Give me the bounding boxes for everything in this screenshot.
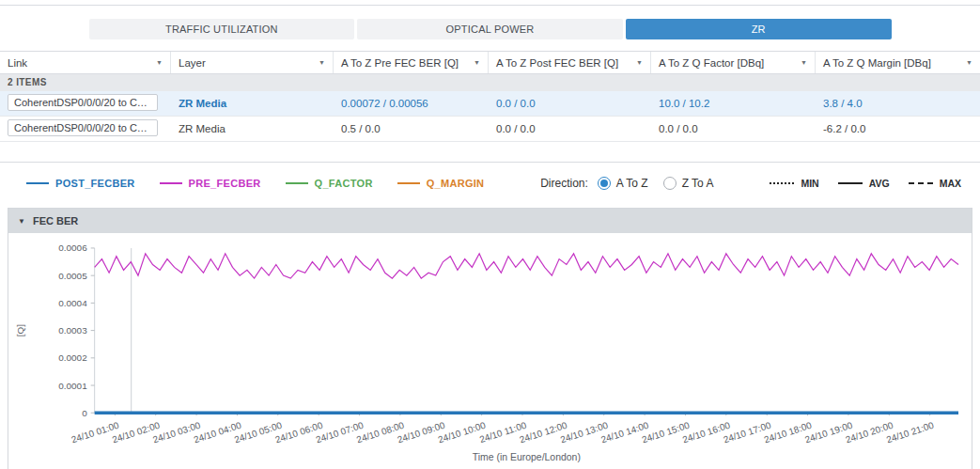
chevron-down-icon[interactable]: ▼ — [474, 59, 480, 66]
line-swatch-icon — [286, 182, 308, 184]
post-fec-cell: 0.0 / 0.0 — [489, 123, 651, 134]
legend-avg: AVG — [838, 178, 890, 189]
tab-bar: TRAFFIC UTILIZATION OPTICAL POWER ZR — [89, 19, 892, 39]
collapse-triangle-icon[interactable]: ▼ — [18, 217, 25, 226]
style-label: AVG — [869, 178, 890, 189]
svg-text:0.0004: 0.0004 — [58, 298, 87, 308]
line-swatch-icon — [26, 182, 49, 184]
column-header-label: A To Z Post FEC BER [Q] — [496, 57, 618, 69]
fec-ber-panel-header[interactable]: ▼ FEC BER — [8, 209, 972, 233]
column-header-link[interactable]: Link ▼ — [0, 52, 171, 73]
svg-text:0.0001: 0.0001 — [58, 381, 87, 391]
radio-a-to-z[interactable]: A To Z — [598, 177, 648, 190]
chevron-down-icon[interactable]: ▼ — [636, 59, 643, 66]
layer-cell: ZR Media — [171, 98, 334, 109]
chart-controls-row: POST_FECBER PRE_FECBER Q_FACTOR Q_MARGIN… — [0, 163, 980, 198]
chevron-down-icon[interactable]: ▼ — [966, 59, 972, 66]
tab-optical-power[interactable]: OPTICAL POWER — [357, 19, 623, 39]
post-fec-cell: 0.0 / 0.0 — [489, 98, 651, 109]
q-factor-cell: 0.0 / 0.0 — [651, 123, 816, 134]
link-chip[interactable]: CoherentDSP0/0/0/20 to Coh... — [8, 94, 158, 111]
style-label: MAX — [940, 178, 961, 189]
page-top-border — [0, 0, 980, 6]
links-table: Link ▼ Layer ▼ A To Z Pre FEC BER [Q] ▼ … — [0, 51, 980, 142]
radio-z-to-a[interactable]: Z To A — [663, 177, 714, 190]
tab-zr[interactable]: ZR — [626, 19, 892, 39]
radio-icon — [663, 177, 677, 190]
svg-text:0.0005: 0.0005 — [58, 271, 87, 281]
svg-text:Time (in Europe/London): Time (in Europe/London) — [473, 452, 581, 462]
dashed-line-icon — [909, 182, 933, 184]
line-swatch-icon — [160, 182, 182, 184]
style-label: MIN — [801, 178, 818, 189]
radio-label: A To Z — [616, 177, 648, 190]
column-header-post-fec-ber[interactable]: A To Z Post FEC BER [Q] ▼ — [489, 52, 651, 73]
pre-fec-cell: 0.00072 / 0.00056 — [334, 98, 489, 109]
line-swatch-icon — [397, 182, 420, 184]
fec-ber-chart: 00.00010.00020.00030.00040.00050.0006[Q]… — [10, 235, 970, 469]
column-header-label: Link — [8, 57, 27, 69]
column-header-label: A To Z Q Margin [DBq] — [823, 57, 931, 69]
svg-text:24/10 21:00: 24/10 21:00 — [885, 419, 936, 445]
q-factor-cell: 10.0 / 10.2 — [651, 98, 816, 109]
legend-item-q-factor[interactable]: Q_FACTOR — [286, 178, 373, 189]
q-margin-cell: 3.8 / 4.0 — [816, 98, 980, 109]
table-row[interactable]: CoherentDSP0/0/0/20 to Coh... ZR Media 0… — [0, 91, 980, 117]
chart-body: 00.00010.00020.00030.00040.00050.0006[Q]… — [8, 233, 972, 469]
solid-line-icon — [838, 182, 863, 184]
chevron-down-icon[interactable]: ▼ — [801, 59, 807, 66]
chart-svg: 00.00010.00020.00030.00040.00050.0006[Q]… — [10, 235, 970, 465]
svg-text:0.0002: 0.0002 — [58, 352, 87, 363]
table-row[interactable]: CoherentDSP0/0/0/20 to Coh... ZR Media 0… — [0, 117, 980, 142]
legend-item-q-margin[interactable]: Q_MARGIN — [397, 178, 485, 189]
tab-traffic-utilization[interactable]: TRAFFIC UTILIZATION — [89, 19, 355, 39]
legend-label: PRE_FECBER — [189, 178, 261, 189]
link-chip[interactable]: CoherentDSP0/0/0/20 to Coh... — [8, 119, 158, 136]
q-margin-cell: -6.2 / 0.0 — [816, 123, 980, 134]
table-header-row: Link ▼ Layer ▼ A To Z Pre FEC BER [Q] ▼ … — [0, 51, 980, 74]
items-count-bar: 2 ITEMS — [0, 74, 980, 91]
fec-ber-panel: ▼ FEC BER 00.00010.00020.00030.00040.000… — [8, 208, 972, 469]
column-header-layer[interactable]: Layer ▼ — [171, 52, 334, 73]
column-header-label: A To Z Q Factor [DBq] — [659, 57, 764, 69]
svg-text:0.0003: 0.0003 — [58, 325, 87, 336]
column-header-label: A To Z Pre FEC BER [Q] — [341, 57, 459, 69]
column-header-q-margin[interactable]: A To Z Q Margin [DBq] ▼ — [816, 52, 980, 73]
legend-item-post-fecber[interactable]: POST_FECBER — [26, 178, 135, 189]
link-cell: CoherentDSP0/0/0/20 to Coh... — [0, 94, 171, 113]
svg-text:0.0006: 0.0006 — [58, 242, 87, 253]
direction-label: Direction: — [540, 177, 588, 190]
line-style-legend: MIN AVG MAX — [770, 178, 961, 189]
legend-label: Q_FACTOR — [315, 178, 373, 189]
column-header-label: Layer — [179, 57, 206, 69]
direction-controls: Direction: A To Z Z To A MIN AVG MAX — [540, 177, 961, 190]
legend-min: MIN — [770, 178, 818, 189]
dotted-line-icon — [770, 182, 794, 184]
chevron-down-icon[interactable]: ▼ — [319, 59, 325, 66]
panel-title: FEC BER — [33, 215, 78, 227]
layer-cell: ZR Media — [171, 123, 334, 134]
svg-text:[Q]: [Q] — [15, 324, 25, 337]
legend-label: Q_MARGIN — [427, 178, 485, 189]
legend-item-pre-fecber[interactable]: PRE_FECBER — [160, 178, 261, 189]
pre-fec-cell: 0.5 / 0.0 — [334, 123, 489, 134]
legend-label: POST_FECBER — [55, 178, 135, 189]
legend-max: MAX — [909, 178, 961, 189]
radio-label: Z To A — [682, 177, 714, 190]
link-cell: CoherentDSP0/0/0/20 to Coh... — [0, 119, 171, 138]
column-header-q-factor[interactable]: A To Z Q Factor [DBq] ▼ — [651, 52, 816, 73]
radio-icon — [598, 177, 611, 190]
column-header-pre-fec-ber[interactable]: A To Z Pre FEC BER [Q] ▼ — [334, 52, 489, 73]
chevron-down-icon[interactable]: ▼ — [156, 59, 163, 66]
svg-text:0: 0 — [82, 408, 87, 418]
